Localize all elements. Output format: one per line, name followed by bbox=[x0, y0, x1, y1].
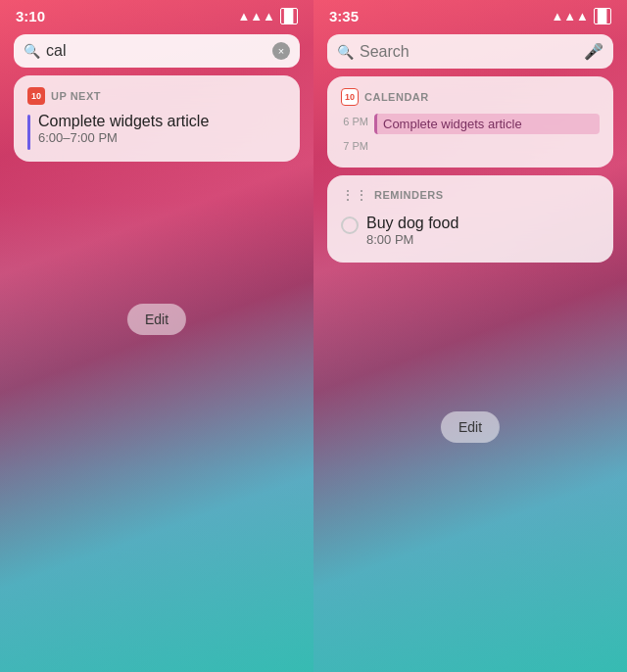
wifi-icon-right: ▲▲▲ bbox=[551, 9, 589, 24]
calendar-time-row-7pm: 7 PM bbox=[341, 138, 600, 152]
calendar-widget: 10 CALENDAR 6 PM Complete widgets articl… bbox=[327, 76, 613, 168]
event-details-left: Complete widgets article 6:00–7:00 PM bbox=[38, 113, 209, 145]
calendar-time-row-6pm: 6 PM Complete widgets article bbox=[341, 114, 600, 134]
reminders-icon: ⋮⋮ bbox=[341, 187, 368, 203]
search-icon-right: 🔍 bbox=[337, 44, 354, 60]
mic-button[interactable]: 🎤 bbox=[584, 42, 603, 61]
up-next-widget: 10 UP NEXT Complete widgets article 6:00… bbox=[14, 75, 300, 162]
search-icon-left: 🔍 bbox=[24, 43, 40, 59]
cal-event-title: Complete widgets article bbox=[383, 117, 522, 131]
left-time: 3:10 bbox=[16, 8, 45, 24]
search-input-left[interactable] bbox=[46, 42, 266, 60]
edit-button-right[interactable]: Edit bbox=[441, 411, 500, 443]
widget-header-reminders: ⋮⋮ REMINDERS bbox=[341, 187, 600, 203]
reminder-circle bbox=[341, 216, 359, 234]
search-input-right[interactable] bbox=[360, 43, 578, 61]
reminders-widget: ⋮⋮ REMINDERS Buy dog food 8:00 PM bbox=[327, 175, 613, 263]
left-search-bar[interactable]: 🔍 × bbox=[14, 34, 300, 68]
reminder-time: 8:00 PM bbox=[366, 232, 458, 247]
reminder-item: Buy dog food 8:00 PM bbox=[341, 211, 600, 251]
right-search-bar[interactable]: 🔍 🎤 bbox=[327, 34, 613, 69]
event-accent-left bbox=[27, 115, 30, 150]
clear-search-button[interactable]: × bbox=[272, 42, 290, 60]
event-time-left: 6:00–7:00 PM bbox=[38, 130, 209, 145]
widget-title-calendar: CALENDAR bbox=[364, 91, 429, 103]
widget-header-up-next: 10 UP NEXT bbox=[27, 87, 286, 105]
right-status-icons: ▲▲▲ ▉ bbox=[551, 8, 611, 24]
left-status-bar: 3:10 ▲▲▲ ▉ bbox=[0, 0, 314, 28]
event-title-left: Complete widgets article bbox=[38, 113, 209, 130]
right-panel: 3:35 ▲▲▲ ▉ 🔍 🎤 10 CALENDAR 6 PM Complete… bbox=[314, 0, 627, 672]
right-status-bar: 3:35 ▲▲▲ ▉ bbox=[314, 0, 627, 28]
cal-event-block: Complete widgets article bbox=[374, 114, 600, 134]
battery-icon-right: ▉ bbox=[594, 8, 611, 24]
edit-button-left[interactable]: Edit bbox=[127, 304, 186, 335]
left-status-icons: ▲▲▲ ▉ bbox=[237, 8, 298, 24]
event-item-left: Complete widgets article 6:00–7:00 PM bbox=[27, 113, 286, 150]
calendar-icon-right: 10 bbox=[341, 88, 359, 106]
left-panel: 3:10 ▲▲▲ ▉ 🔍 × 10 UP NEXT Complete widge… bbox=[0, 0, 314, 672]
widget-title-reminders: REMINDERS bbox=[374, 189, 444, 201]
battery-icon: ▉ bbox=[280, 8, 298, 24]
time-label-7pm: 7 PM bbox=[341, 140, 368, 152]
time-label-6pm: 6 PM bbox=[341, 116, 368, 127]
reminder-details: Buy dog food 8:00 PM bbox=[366, 215, 458, 247]
calendar-icon-left: 10 bbox=[27, 87, 45, 105]
reminder-title: Buy dog food bbox=[366, 215, 458, 232]
widget-header-calendar: 10 CALENDAR bbox=[341, 88, 600, 106]
widget-title-up-next: UP NEXT bbox=[51, 90, 101, 102]
right-time: 3:35 bbox=[329, 8, 359, 24]
wifi-icon: ▲▲▲ bbox=[237, 9, 275, 24]
